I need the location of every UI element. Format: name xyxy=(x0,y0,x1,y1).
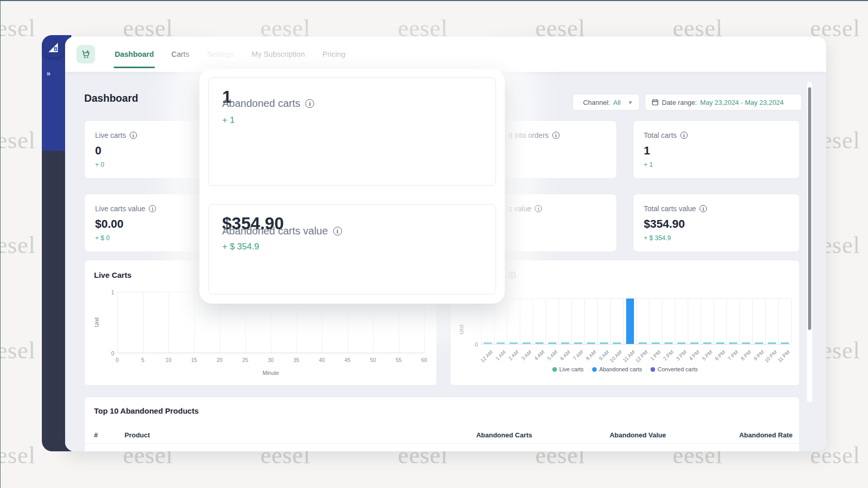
chevron-down-icon: ▼ xyxy=(628,100,633,105)
info-icon[interactable]: i xyxy=(333,227,342,235)
stat-card-label-fragment: s value xyxy=(508,204,531,213)
legend-item-abandoned-carts[interactable]: Abandoned carts xyxy=(592,366,642,372)
legend-item-live-carts[interactable]: Live carts xyxy=(552,366,584,372)
gridline xyxy=(168,292,169,353)
x-tick-label: 5 xyxy=(135,357,151,363)
gridline xyxy=(726,298,727,344)
gridline xyxy=(701,298,701,344)
zero-value-mark xyxy=(677,342,686,344)
zero-value-mark xyxy=(639,342,647,344)
gridline xyxy=(714,298,714,344)
expand-sidebar-button[interactable]: » xyxy=(47,69,51,77)
info-icon[interactable]: i xyxy=(680,132,688,139)
gridline xyxy=(739,298,740,344)
cart-plus-icon[interactable] xyxy=(76,45,95,64)
date-range-filter[interactable]: Date range: May 23,2024 - May 23,2024 xyxy=(645,94,802,111)
popup-card-label: Abandoned carts xyxy=(222,98,300,109)
tab-my-subscription[interactable]: My Subscription xyxy=(252,37,305,72)
info-icon[interactable]: i xyxy=(130,132,137,139)
info-icon[interactable]: i xyxy=(305,99,314,108)
stat-card-label-row: Total carts valuei xyxy=(644,204,789,213)
tab-carts[interactable]: Carts xyxy=(172,37,190,72)
home-icon xyxy=(579,99,580,106)
x-tick-label: 15 xyxy=(187,357,202,363)
channel-value: All xyxy=(613,99,621,106)
info-icon[interactable]: i xyxy=(700,205,707,212)
gridline xyxy=(559,298,559,344)
channel-filter[interactable]: Channel: All ▼ xyxy=(572,94,640,111)
x-tick-label: 50 xyxy=(365,357,381,363)
y-tick-label: 0 xyxy=(469,341,478,348)
gridline xyxy=(520,298,520,344)
zero-value-mark xyxy=(522,342,531,344)
x-tick-label: 0 xyxy=(110,357,125,363)
stat-card-value: 1 xyxy=(644,144,789,158)
watermark-text: eesel xyxy=(0,14,36,42)
gridline xyxy=(623,298,624,344)
popup-card-abandoned-carts: Abandoned cartsi1+ 1 xyxy=(208,77,496,186)
info-icon[interactable]: i xyxy=(552,132,560,139)
zero-value-mark xyxy=(716,342,724,344)
stat-card-delta: + 1 xyxy=(644,161,789,168)
zero-value-mark xyxy=(587,342,595,344)
info-icon[interactable]: i xyxy=(149,205,156,212)
popup-card-label: Abandoned carts value xyxy=(222,225,328,237)
gridline xyxy=(778,298,779,344)
x-tick-label: 55 xyxy=(391,357,407,363)
popup-card-delta: + 1 xyxy=(222,115,482,125)
info-icon[interactable]: i xyxy=(535,205,542,212)
gridline xyxy=(688,298,688,344)
top-abandoned-products-card: Top 10 Abandoned Products #ProductAbando… xyxy=(84,397,800,451)
watermark-text: eesel xyxy=(0,337,36,364)
zero-value-mark xyxy=(652,342,660,344)
gridline xyxy=(597,298,598,344)
stat-card-label: Total carts xyxy=(644,131,677,139)
gridline xyxy=(494,298,494,344)
nav-tabs: DashboardCartsSettingsMy SubscriptionPri… xyxy=(115,37,345,72)
table-header-abandoned-value: Abandoned Value xyxy=(610,431,666,439)
info-icon[interactable]: i xyxy=(508,272,516,279)
stat-card-label: Live carts value xyxy=(95,204,145,213)
legend-label: Converted carts xyxy=(658,366,698,372)
gridline xyxy=(481,298,482,344)
zero-value-mark xyxy=(535,342,544,344)
x-tick-label: 35 xyxy=(289,357,304,363)
zero-value-mark xyxy=(768,342,776,344)
tab-settings[interactable]: Settings xyxy=(207,37,234,72)
tab-pricing[interactable]: Pricing xyxy=(322,37,345,72)
legend-dot xyxy=(650,367,655,372)
zero-value-mark xyxy=(781,342,789,344)
zero-value-mark xyxy=(484,342,492,344)
scrollbar-track[interactable] xyxy=(807,82,812,402)
brand-logo[interactable]: B xyxy=(43,38,63,57)
x-tick-label: 10 xyxy=(161,357,176,363)
stat-card-label: Live carts xyxy=(95,131,126,139)
abandoned-carts-bar xyxy=(626,298,634,344)
scrollbar-thumb[interactable] xyxy=(808,87,811,330)
legend-item-converted-carts[interactable]: Converted carts xyxy=(650,366,698,372)
stat-card-label-row: Total cartsi xyxy=(644,131,789,139)
screen: eeseleeseleeseleeseleeseleeseleeseleesel… xyxy=(0,0,868,488)
tab-dashboard[interactable]: Dashboard xyxy=(115,37,154,72)
gridline xyxy=(791,298,792,344)
x-axis-line xyxy=(117,353,424,353)
zero-value-mark xyxy=(613,342,621,344)
table-header-product: Product xyxy=(125,431,150,439)
gridline xyxy=(584,298,585,344)
gridline xyxy=(662,298,662,344)
table-title: Top 10 Abandoned Products xyxy=(94,406,199,415)
metrics-popup: Abandoned cartsi1+ 1Abandoned carts valu… xyxy=(199,69,505,304)
bigcommerce-logo-icon: B xyxy=(47,41,59,54)
y-tick-label: 0 xyxy=(104,350,114,356)
gridline xyxy=(533,298,533,344)
stat-card-label: Total carts value xyxy=(644,204,696,213)
x-tick-label: 45 xyxy=(340,357,355,363)
date-range-value: May 23,2024 - May 23,2024 xyxy=(700,99,784,106)
gridline-top xyxy=(481,298,791,299)
stat-card-label-fragment: d into orders xyxy=(508,131,549,139)
gridline xyxy=(571,298,572,344)
zero-value-mark xyxy=(664,342,673,344)
page-title: Dashboard xyxy=(84,92,138,104)
x-tick-label: 30 xyxy=(263,357,278,363)
top-navbar: DashboardCartsSettingsMy SubscriptionPri… xyxy=(65,37,826,72)
